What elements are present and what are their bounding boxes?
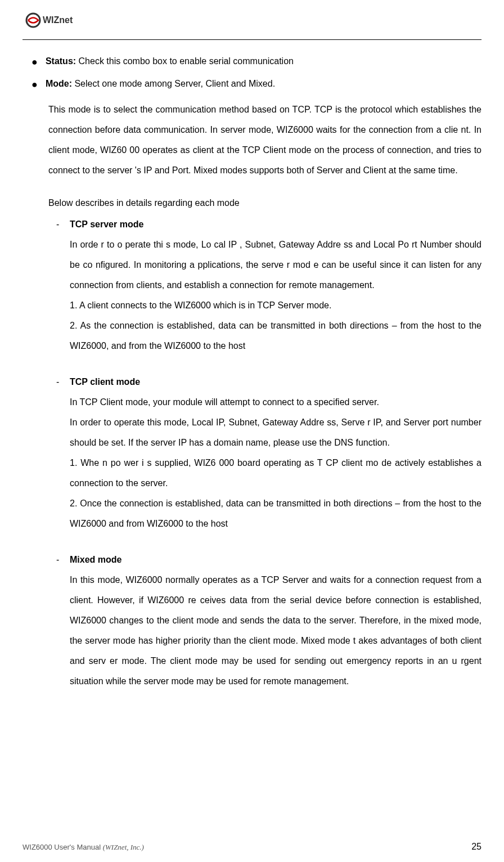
mixed-title: Mixed mode [70,553,482,567]
tcp-server-section: - TCP server mode In orde r to o perate … [56,218,482,356]
page-number: 25 [471,842,482,852]
tcp-client-section: - TCP client mode In TCP Client mode, yo… [56,375,482,534]
footer-left-plain: WIZ6000 User's Manual [22,843,103,851]
bullet-status: ● Status: Check this combo box to enable… [32,55,482,68]
mode-para1: This mode is to select the communication… [48,100,482,181]
footer-left: WIZ6000 User's Manual (WIZnet, Inc.) [22,843,144,852]
dash-marker-icon: - [56,375,70,389]
bullet-status-text: Status: Check this combo box to enable s… [46,55,294,68]
bullet-mode: ● Mode: Select one mode among Server, Cl… [32,77,482,91]
footer: WIZ6000 User's Manual (WIZnet, Inc.) 25 [22,842,482,852]
status-text: Check this combo box to enable serial co… [76,56,294,66]
header-divider [22,39,482,40]
tcp-server-body: In orde r to o perate thi s mode, Lo cal… [70,235,482,356]
bullet-mode-text: Mode: Select one mode among Server, Clie… [46,77,275,91]
dash-marker-icon: - [56,218,70,231]
logo-area: WIZnet [22,11,482,34]
mixed-mode-section: - Mixed mode In this mode, WIZ6000 norma… [56,553,482,692]
mode-label: Mode: [46,79,72,88]
tcp-client-title: TCP client mode [70,375,482,389]
mode-intro: Below describes in details regarding eac… [48,193,482,213]
status-label: Status: [46,56,76,66]
dash-marker-icon: - [56,553,70,567]
bullet-dot-icon: ● [32,56,38,68]
bullet-dot-icon: ● [32,78,38,91]
mode-body: This mode is to select the communication… [48,100,482,692]
tcp-server-title: TCP server mode [70,218,482,231]
mixed-body: In this mode, WIZ6000 normally operates … [70,570,482,692]
mode-text: Select one mode among Server, Client and… [72,79,275,88]
svg-text:WIZnet: WIZnet [43,15,73,25]
tcp-client-body: In TCP Client mode, your module will att… [70,392,482,534]
wiznet-logo: WIZnet [22,11,101,34]
footer-left-italic: (WIZnet, Inc.) [103,843,144,851]
